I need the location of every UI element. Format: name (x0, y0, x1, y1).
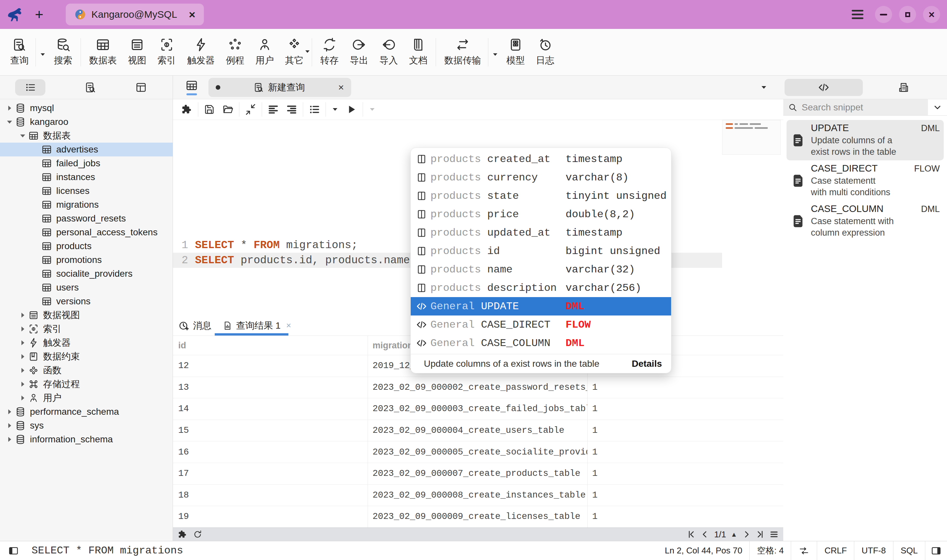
tree-table-versions[interactable]: versions (0, 294, 172, 308)
chevron-right-icon[interactable] (18, 338, 28, 347)
toolbar-triggers-button[interactable]: 触发器 (182, 37, 220, 67)
toolbar-search-button[interactable]: 搜索 (48, 37, 78, 67)
collapse-icon[interactable] (241, 102, 260, 117)
snippet-filter-button[interactable] (928, 99, 947, 115)
tree-table-products[interactable]: products (0, 239, 172, 253)
grid-row[interactable]: 182023_02_09_000008_create_instances_tab… (173, 485, 783, 506)
maximize-button[interactable] (899, 6, 916, 23)
toggle-sidebar-icon[interactable] (8, 545, 19, 556)
save-icon[interactable] (200, 102, 219, 117)
chevron-right-icon[interactable] (5, 435, 14, 444)
plugin-icon[interactable] (177, 102, 196, 117)
snippet-item-case-direct[interactable]: CASE_DIRECTFLOW Case statementtwith mult… (787, 160, 944, 201)
tree-folder-procedures[interactable]: 存储过程 (0, 377, 172, 391)
snippet-item-update[interactable]: UPDATEDML Update columns of aexist rows … (787, 120, 944, 160)
chevron-right-icon[interactable] (5, 421, 14, 430)
cursor-position[interactable]: Ln 2, Col 44, Pos 70 (658, 541, 750, 560)
autocomplete-item[interactable]: products currencyvarchar(8) (411, 168, 671, 187)
autocomplete-item[interactable]: products created_attimestamp (411, 150, 671, 168)
structure-tab-icon[interactable] (898, 82, 910, 93)
chevron-right-icon[interactable] (18, 325, 28, 333)
run-list-icon[interactable] (305, 102, 323, 117)
grid-menu-icon[interactable] (770, 530, 779, 539)
grid-row[interactable]: 192023_02_09_000009_create_licenses_tabl… (173, 506, 783, 528)
tree-folder-tables[interactable]: 数据表 (0, 129, 172, 143)
chevron-right-icon[interactable] (18, 380, 28, 388)
toolbar-import-button[interactable]: 导入 (374, 37, 403, 67)
format-right-icon[interactable] (282, 102, 301, 117)
toolbar-data-transfer-button[interactable]: 数据传输 (439, 37, 487, 67)
autocomplete-item[interactable]: products namevarchar(32) (411, 260, 671, 279)
indent-convert-button[interactable] (791, 541, 817, 560)
run-options-dropdown-icon[interactable] (328, 102, 342, 117)
toolbar-routines-button[interactable]: 例程 (220, 37, 250, 67)
tree-folder-triggers[interactable]: 触发器 (0, 336, 172, 350)
open-file-icon[interactable] (219, 102, 237, 117)
autocomplete-item[interactable]: products descriptionvarchar(256) (411, 279, 671, 297)
details-link[interactable]: Details (632, 358, 662, 369)
first-page-icon[interactable] (687, 530, 696, 539)
prev-page-icon[interactable] (701, 530, 710, 539)
toolbar-log-button[interactable]: 日志 (530, 37, 560, 67)
language-mode[interactable]: SQL (893, 541, 925, 560)
sidebar-grid-view-icon[interactable] (135, 82, 147, 93)
chevron-right-icon[interactable] (18, 352, 28, 361)
grid-row[interactable]: 142023_02_09_000003_create_failed_jobs_t… (173, 398, 783, 420)
tree-table-migrations[interactable]: migrations (0, 198, 172, 212)
snippet-tab-button[interactable] (785, 79, 863, 96)
toolbar-tables-button[interactable]: 数据表 (83, 37, 122, 67)
page-up-icon[interactable]: ▲ (731, 531, 737, 538)
tree-table-licenses[interactable]: licenses (0, 184, 172, 198)
tree-db-sys[interactable]: sys (0, 419, 172, 432)
tree-table-users[interactable]: users (0, 281, 172, 294)
autocomplete-item[interactable]: products statetinyint unsigned (411, 187, 671, 205)
transfer-dropdown-icon[interactable] (490, 50, 501, 60)
tree-db-performance-schema[interactable]: performance_schema (0, 405, 172, 419)
sidebar-list-view-button[interactable] (15, 79, 45, 95)
tree-folder-users[interactable]: 用户 (0, 391, 172, 405)
tree-folder-indexes[interactable]: 索引 (0, 322, 172, 336)
column-header-id[interactable]: id (173, 336, 368, 355)
toolbar-model-button[interactable]: 模型 (501, 37, 530, 67)
tree-table-password-resets[interactable]: password_resets (0, 212, 172, 225)
toolbar-docs-button[interactable]: 文档 (403, 37, 433, 67)
tree-table-failed-jobs[interactable]: failed_jobs (0, 157, 172, 170)
chevron-right-icon[interactable] (18, 311, 28, 320)
table-view-tab[interactable] (184, 79, 199, 95)
last-page-icon[interactable] (756, 530, 765, 539)
sidebar-search-view-icon[interactable] (85, 82, 96, 93)
toolbar-views-button[interactable]: 视图 (122, 37, 152, 67)
toolbar-export-button[interactable]: 导出 (344, 37, 374, 67)
grid-row[interactable]: 172023_02_09_000007_create_products_tabl… (173, 463, 783, 485)
tab-list-dropdown-icon[interactable] (759, 83, 769, 91)
autocomplete-item-selected[interactable]: General UPDATEDML (411, 297, 671, 315)
tree-db-mysql[interactable]: mysql (0, 101, 172, 115)
grid-row[interactable]: 162023_02_09_000005_create_socialite_pro… (173, 441, 783, 463)
tree-folder-views[interactable]: 数据视图 (0, 308, 172, 322)
tree-db-kangaroo[interactable]: kangaroo (0, 115, 172, 129)
toggle-right-panel-button[interactable] (925, 541, 947, 560)
grid-row[interactable]: 152023_02_09_000004_create_users_table1 (173, 420, 783, 442)
tree-table-socialite-providers[interactable]: socialite_providers (0, 267, 172, 281)
tree-table-instances[interactable]: instances (0, 170, 172, 184)
minimize-button[interactable] (875, 6, 892, 23)
line-ending[interactable]: CRLF (817, 541, 854, 560)
editor-minimap[interactable] (722, 120, 781, 155)
tree-table-promotions[interactable]: promotions (0, 253, 172, 267)
query-tab-close-icon[interactable]: × (338, 82, 344, 93)
chevron-right-icon[interactable] (5, 408, 14, 416)
format-left-icon[interactable] (264, 102, 282, 117)
messages-tab[interactable]: 消息 (178, 320, 211, 332)
chevron-right-icon[interactable] (5, 104, 14, 112)
tree-folder-functions[interactable]: 函数 (0, 363, 172, 377)
indent-spaces[interactable]: 空格: 4 (749, 541, 791, 560)
connection-tab-close-icon[interactable]: × (189, 8, 195, 21)
grid-row[interactable]: 132023_02_09_000002_create_password_rese… (173, 377, 783, 398)
snippet-search-input[interactable]: Search snippet (783, 99, 928, 115)
encoding[interactable]: UTF-8 (854, 541, 893, 560)
chevron-right-icon[interactable] (18, 394, 28, 402)
refresh-icon[interactable] (193, 529, 203, 539)
app-menu-icon[interactable] (850, 7, 865, 22)
tree-db-information-schema[interactable]: information_schema (0, 432, 172, 446)
chevron-down-icon[interactable] (5, 118, 14, 126)
